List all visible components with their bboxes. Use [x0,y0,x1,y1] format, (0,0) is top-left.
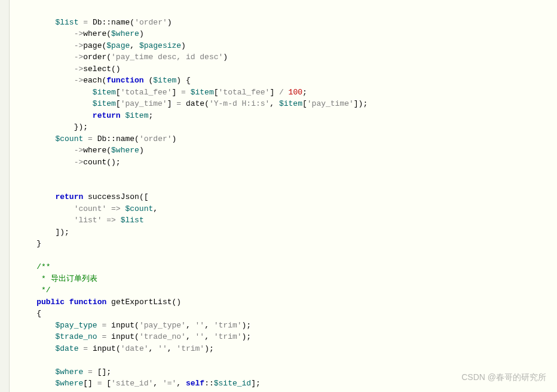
code-line: ->order('pay_time desc, id desc') [18,53,228,62]
code-line: $item['total_fee'] = $item['total_fee'] … [18,88,307,97]
code-line: 'count' => $count, [18,204,158,213]
code-line: $trade_no = input('trade_no', '', 'trim'… [18,332,251,341]
code-line: { [18,309,41,318]
code-line: $where[] = ['site_id', '=', self::$site_… [18,379,261,388]
code-line: $pay_type = input('pay_type', '', 'trim'… [18,321,251,330]
line-gutter [0,0,10,392]
code-line: $list = Db::name('order') [18,18,172,27]
code-line: ->select() [18,65,121,74]
code-line: $count = Db::name('order') [18,134,176,143]
code-line: }); [18,122,88,131]
code-line: $where = []; [18,368,111,376]
code-line: $date = input('date', '', 'trim'); [18,344,214,353]
code-line: $item['pay_time'] = date('Y-m-d H:i:s', … [18,99,368,108]
code-line: 'list' => $list [18,216,144,225]
code-line: /** [18,262,51,271]
code-line: return $item; [18,111,153,120]
code-line: */ [18,286,51,295]
watermark-text: CSDN @春哥的研究所 [461,371,546,384]
code-line: ->count(); [18,158,121,167]
code-line: ]); [18,228,69,237]
code-line: } [18,239,41,248]
code-line: public function getExportList() [18,298,181,307]
code-line: ->each(function ($item) { [18,76,191,85]
code-line: * 导出订单列表 [18,274,97,283]
code-editor-content[interactable]: $list = Db::name('order') ->where($where… [18,5,557,392]
code-line: ->where($where) [18,146,144,155]
code-line: ->page($page, $pagesize) [18,41,186,50]
code-line: return successJson([ [18,192,148,201]
code-line: ->where($where) [18,29,144,38]
